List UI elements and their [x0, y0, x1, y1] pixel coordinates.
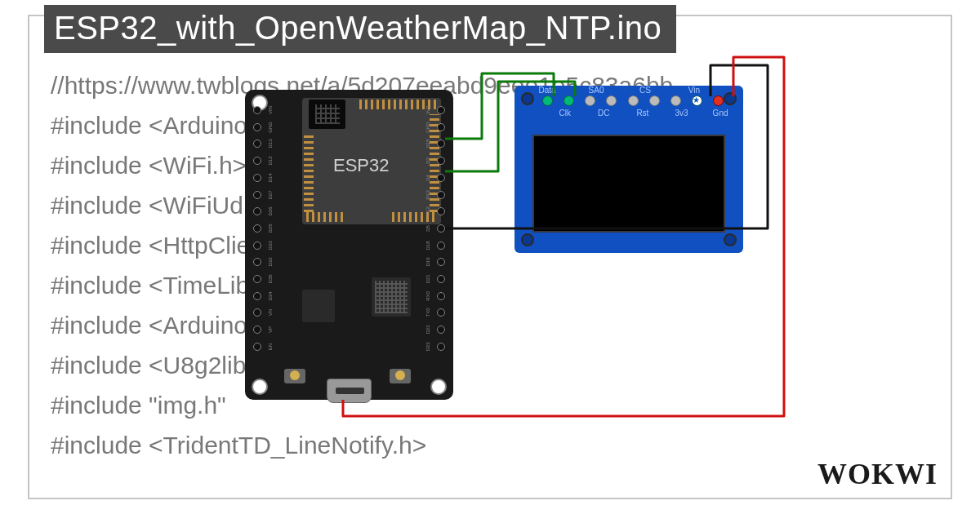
wokwi-logo-text: WOKWI: [817, 458, 938, 490]
shield-pads: [304, 135, 314, 212]
oled-module: DataSA0CSVin ClkDCRst3v3Gnd: [514, 86, 743, 253]
esp32-pin: [437, 326, 445, 334]
esp32-pin-row-left: [253, 106, 261, 351]
esp32-pin-label: D2: [425, 153, 430, 169]
mount-hole: [724, 233, 737, 246]
shield-pads: [306, 212, 345, 222]
oled-pin-label: [536, 109, 555, 117]
oled-pin: [649, 95, 660, 106]
esp32-pin-label: GND: [268, 119, 273, 135]
oled-pin-label: [707, 86, 730, 95]
esp32-pin: [437, 191, 445, 199]
esp32-pin: [253, 140, 261, 148]
oled-pin-label: CS: [634, 86, 657, 95]
oled-pin: [564, 95, 574, 106]
esp32-pin: [437, 140, 445, 148]
esp32-pin-label: D25: [268, 220, 273, 237]
micro-usb-port: [327, 379, 372, 403]
esp32-pin-label: RX0: [425, 288, 430, 304]
esp32-pin: [253, 326, 261, 334]
esp32-pin-label: D4: [425, 170, 430, 186]
esp32-pin-label: 3V3: [425, 102, 430, 118]
oled-pin-label: Gnd: [710, 109, 730, 117]
esp32-pin-label: RX2: [425, 187, 430, 203]
esp32-pin: [253, 224, 261, 233]
esp32-pin: [253, 191, 261, 199]
esp32-pin-label: D18: [425, 237, 430, 254]
esp32-pin-label: D32: [268, 254, 273, 270]
esp32-chip-label: ESP32: [333, 155, 390, 176]
esp32-board: ESP32 VINGNDD13D12D14D27D26D25D33D32D35D…: [245, 90, 453, 400]
esp32-pin-label: TX2: [425, 203, 430, 219]
oled-pin-label: Vin: [683, 86, 706, 95]
esp32-pin-label: D23: [425, 339, 430, 355]
esp32-pin: [437, 308, 445, 317]
esp32-pin-label: D21: [425, 271, 430, 287]
regulator-chip: [302, 290, 335, 322]
esp32-pin-label: VP: [268, 321, 273, 338]
esp32-pin: [253, 308, 261, 317]
esp32-pin-label: D12: [268, 153, 273, 169]
oled-pin: [628, 95, 639, 106]
esp32-pin: [253, 275, 261, 283]
oled-pin: [585, 95, 595, 106]
oled-pin-label: [691, 109, 710, 117]
esp32-pin: [437, 174, 445, 182]
esp32-pin: [437, 224, 445, 233]
reset-button[interactable]: [390, 369, 411, 383]
oled-screen: [532, 135, 725, 233]
circuit-diagram: ESP32 VINGNDD13D12D14D27D26D25D33D32D35D…: [245, 90, 817, 441]
esp32-pin-label: D26: [268, 203, 273, 219]
esp32-pin-label: VN: [268, 304, 273, 321]
wokwi-logo: WOKWI: [817, 457, 938, 491]
oled-pin: [670, 95, 681, 106]
esp32-pin: [253, 207, 261, 215]
mount-hole: [252, 379, 268, 395]
esp32-pin-row-right: [437, 106, 445, 351]
esp32-pin: [437, 258, 445, 266]
oled-pin-label: [575, 109, 595, 117]
oled-pin: [606, 95, 617, 106]
oled-pin: [713, 95, 724, 106]
oled-pin: [542, 95, 553, 106]
oled-pin-label: [609, 86, 632, 95]
esp32-pin-labels-left: VINGNDD13D12D14D27D26D25D33D32D35D34VNVP…: [266, 108, 274, 349]
oled-pin-label: [653, 109, 672, 117]
esp32-pin: [253, 258, 261, 266]
esp32-pin: [253, 157, 261, 165]
esp32-pin-label: D13: [268, 135, 273, 152]
oled-pin-label: [658, 86, 681, 95]
oled-pin-labels-bottom: ClkDCRst3v3Gnd: [536, 109, 730, 117]
esp32-antenna: [309, 100, 345, 129]
esp32-pin-label: D27: [268, 187, 273, 203]
oled-pin: [692, 95, 702, 106]
usb-serial-chip: [372, 277, 411, 317]
esp32-pin: [437, 241, 445, 250]
esp32-pin: [437, 106, 445, 114]
oled-pin-label: Rst: [633, 109, 653, 117]
mount-hole: [430, 379, 447, 395]
oled-pin-label: DC: [594, 109, 613, 117]
esp32-pin: [437, 292, 445, 300]
oled-pin-label: 3v3: [672, 109, 692, 117]
esp32-pin-label: D35: [268, 271, 273, 287]
mount-hole: [521, 92, 534, 105]
esp32-pin-label: VIN: [268, 102, 273, 118]
esp32-pin: [253, 106, 261, 114]
esp32-pin-label: D22: [425, 321, 430, 338]
esp32-pin: [253, 174, 261, 182]
esp32-pin: [437, 343, 445, 351]
esp32-pin-label: TX0: [425, 304, 430, 321]
esp32-pin-labels-right: 3V3GNDD15D2D4RX2TX2D5D18D19D21RX0TX0D22D…: [424, 108, 432, 349]
oled-pin-label: Data: [536, 86, 559, 95]
esp32-pin-label: D15: [425, 135, 430, 152]
esp32-pin-label: D19: [425, 254, 430, 270]
esp32-pin-label: EN: [268, 339, 273, 355]
boot-button[interactable]: [284, 369, 305, 383]
esp32-pin-label: GND: [425, 119, 430, 135]
esp32-pin-label: D14: [268, 170, 273, 186]
oled-pin-row: [542, 95, 724, 106]
oled-pin-label: [560, 86, 583, 95]
esp32-pin-label: D34: [268, 288, 273, 304]
mount-hole: [521, 233, 534, 246]
